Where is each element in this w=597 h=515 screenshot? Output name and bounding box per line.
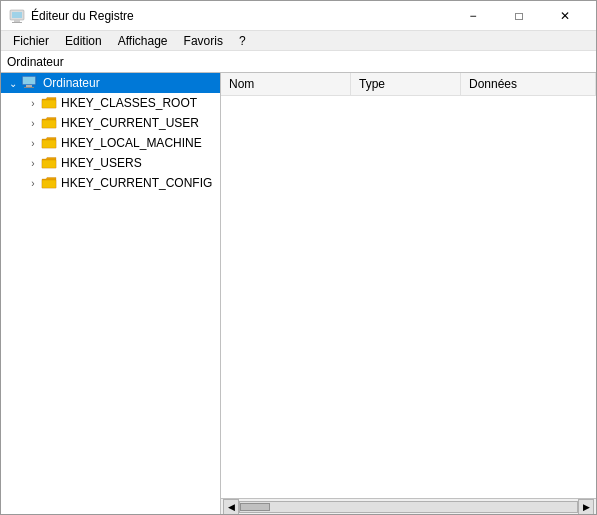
tree-label-current-user: HKEY_CURRENT_USER — [61, 116, 199, 130]
tree-pane: ⌄ Ordinateur › HKEY_CLASSES_ROOT — [1, 73, 221, 514]
menu-favoris[interactable]: Favoris — [176, 32, 231, 50]
folder-icon-3 — [41, 136, 57, 150]
chevron-right-icon-2: › — [25, 115, 41, 131]
close-button[interactable]: ✕ — [542, 1, 588, 31]
svg-rect-6 — [26, 85, 32, 87]
registry-editor-window: Éditeur du Registre − □ ✕ Fichier Editio… — [0, 0, 597, 515]
tree-label-local-machine: HKEY_LOCAL_MACHINE — [61, 136, 202, 150]
app-icon — [9, 8, 25, 24]
tree-item-local-machine[interactable]: › HKEY_LOCAL_MACHINE — [1, 133, 220, 153]
tree-item-current-config[interactable]: › HKEY_CURRENT_CONFIG — [1, 173, 220, 193]
svg-rect-2 — [14, 20, 20, 22]
h-scrollbar-area: ◀ ▶ — [221, 498, 596, 514]
tree-label-ordinateur: Ordinateur — [43, 76, 100, 90]
tree-label-current-config: HKEY_CURRENT_CONFIG — [61, 176, 212, 190]
svg-rect-7 — [24, 87, 34, 88]
chevron-right-icon-5: › — [25, 175, 41, 191]
minimize-button[interactable]: − — [450, 1, 496, 31]
folder-icon-2 — [41, 116, 57, 130]
svg-rect-11 — [42, 160, 56, 168]
col-type: Type — [351, 73, 461, 95]
tree-item-users[interactable]: › HKEY_USERS — [1, 153, 220, 173]
menu-help[interactable]: ? — [231, 32, 254, 50]
tree-label-users: HKEY_USERS — [61, 156, 142, 170]
detail-header: Nom Type Données — [221, 73, 596, 96]
svg-rect-8 — [42, 100, 56, 108]
chevron-down-icon: ⌄ — [5, 75, 21, 91]
detail-content — [221, 96, 596, 498]
svg-rect-10 — [42, 140, 56, 148]
h-scrollbar-thumb[interactable] — [240, 503, 270, 511]
computer-icon — [21, 76, 39, 90]
chevron-right-icon-3: › — [25, 135, 41, 151]
menu-fichier[interactable]: Fichier — [5, 32, 57, 50]
tree-item-classes-root[interactable]: › HKEY_CLASSES_ROOT — [1, 93, 220, 113]
svg-rect-12 — [42, 180, 56, 188]
title-bar-left: Éditeur du Registre — [9, 8, 134, 24]
content-area: ⌄ Ordinateur › HKEY_CLASSES_ROOT — [1, 73, 596, 514]
menu-affichage[interactable]: Affichage — [110, 32, 176, 50]
col-nom: Nom — [221, 73, 351, 95]
window-title: Éditeur du Registre — [31, 9, 134, 23]
col-donnees: Données — [461, 73, 596, 95]
svg-rect-1 — [12, 12, 22, 18]
tree-label-classes-root: HKEY_CLASSES_ROOT — [61, 96, 197, 110]
folder-icon-4 — [41, 156, 57, 170]
chevron-right-icon: › — [25, 95, 41, 111]
folder-icon-5 — [41, 176, 57, 190]
maximize-button[interactable]: □ — [496, 1, 542, 31]
title-bar: Éditeur du Registre − □ ✕ — [1, 1, 596, 31]
menu-bar: Fichier Edition Affichage Favoris ? — [1, 31, 596, 51]
address-bar: Ordinateur — [1, 51, 596, 73]
svg-rect-3 — [12, 22, 22, 23]
tree-item-current-user[interactable]: › HKEY_CURRENT_USER — [1, 113, 220, 133]
address-text: Ordinateur — [7, 55, 64, 69]
menu-edition[interactable]: Edition — [57, 32, 110, 50]
detail-pane: Nom Type Données ◀ ▶ — [221, 73, 596, 514]
scroll-right-button[interactable]: ▶ — [578, 499, 594, 515]
chevron-right-icon-4: › — [25, 155, 41, 171]
scroll-left-button[interactable]: ◀ — [223, 499, 239, 515]
folder-icon — [41, 96, 57, 110]
svg-rect-9 — [42, 120, 56, 128]
tree-item-ordinateur[interactable]: ⌄ Ordinateur — [1, 73, 220, 93]
title-bar-controls: − □ ✕ — [450, 1, 588, 31]
h-scrollbar[interactable] — [239, 501, 578, 513]
svg-rect-5 — [23, 77, 35, 84]
